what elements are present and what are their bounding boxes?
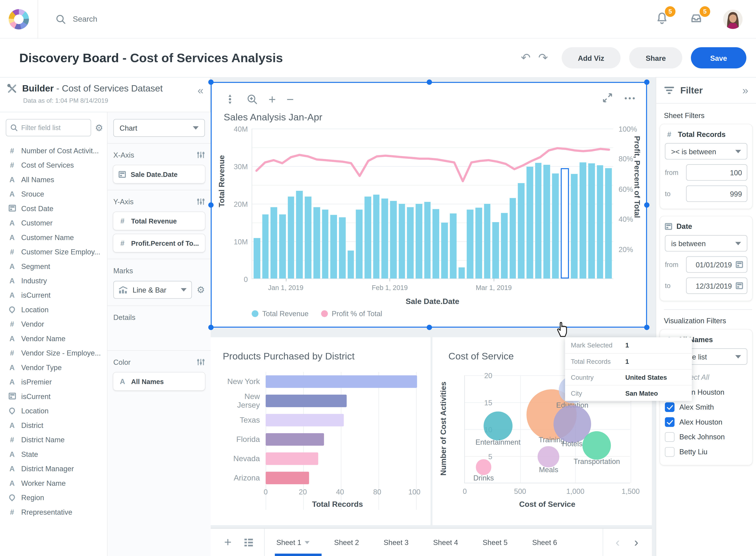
sales-plot-area[interactable]: 40M30M20M10M0100%80%60%40%20%Jan 1, 2019… [252, 129, 613, 279]
redo-button[interactable]: ↷ [538, 51, 548, 65]
resize-handle[interactable] [426, 79, 432, 85]
field-item-vendor[interactable]: #Vendor [0, 317, 107, 331]
field-item-district[interactable]: ADistrict [0, 418, 107, 432]
field-item-customer-size-employ-[interactable]: #Customer Size Employ... [0, 244, 107, 259]
tab-sheet-3[interactable]: Sheet 3 [384, 538, 408, 547]
bubble-transportation[interactable] [583, 431, 611, 460]
field-item-industry[interactable]: AIndustry [0, 273, 107, 288]
to-input[interactable] [686, 185, 747, 202]
tab-sheet-2[interactable]: Sheet 2 [334, 538, 359, 547]
tab-sheet-4[interactable]: Sheet 4 [433, 538, 458, 547]
field-item-location[interactable]: Location [0, 302, 107, 317]
mark-type-select[interactable]: Line & Bar [113, 281, 192, 299]
checkbox-option-alex-houston[interactable]: Alex Houston [665, 414, 747, 429]
search-input[interactable] [73, 15, 266, 24]
expand-icon[interactable] [602, 93, 613, 103]
next-sheets-button[interactable]: › [634, 535, 638, 550]
bubble-entertainment[interactable] [484, 412, 513, 441]
field-item-region[interactable]: Region [0, 490, 107, 505]
bar[interactable] [266, 414, 344, 426]
field-item-iscurrent[interactable]: isCurrent [0, 389, 107, 403]
resize-handle[interactable] [208, 325, 213, 330]
tab-sheet-6[interactable]: Sheet 6 [532, 538, 557, 547]
inbox-button[interactable]: 5 [688, 11, 704, 27]
color-options-icon[interactable] [197, 358, 205, 366]
user-avatar[interactable] [723, 9, 743, 29]
checkbox[interactable] [665, 432, 675, 442]
add-viz-button[interactable]: Add Viz [561, 47, 621, 68]
x-axis-field-chip[interactable]: Sale Date.Date [113, 165, 205, 183]
field-item-rrepresentative[interactable]: #Rrepresentative [0, 505, 107, 519]
pan-tool-icon[interactable] [224, 94, 236, 105]
more-options-icon[interactable]: ••• [624, 94, 636, 102]
checkbox[interactable] [665, 447, 675, 456]
field-item-all-names[interactable]: AAll Names [0, 172, 107, 186]
resize-handle[interactable] [426, 325, 432, 330]
viz-type-select[interactable]: Chart [113, 119, 205, 137]
field-item-location[interactable]: Location [0, 403, 107, 418]
field-item-vendor-size-employe-[interactable]: #Vendor Size - Employe... [0, 346, 107, 360]
zoom-out-button[interactable]: − [287, 95, 294, 104]
sheet-list-icon[interactable] [244, 538, 254, 547]
field-item-vendor-type[interactable]: AVendor Type [0, 360, 107, 374]
from-input[interactable] [686, 164, 747, 181]
field-item-worker-name[interactable]: AWorker Name [0, 476, 107, 490]
bar[interactable] [266, 375, 417, 388]
resize-handle[interactable] [208, 203, 213, 208]
axis-options-icon[interactable] [197, 198, 205, 205]
bubble-meals[interactable] [538, 446, 560, 468]
field-filter[interactable] [6, 119, 91, 136]
collapse-filter-icon[interactable]: » [743, 84, 748, 97]
field-item-srouce[interactable]: ASrouce [0, 186, 107, 201]
field-item-iscurrent[interactable]: AisCurrent [0, 288, 107, 302]
checkbox-option-alex-smith[interactable]: Alex Smith [665, 399, 747, 414]
bar[interactable] [266, 453, 318, 465]
global-search[interactable] [56, 14, 655, 24]
marks-gear-icon[interactable]: ⚙ [197, 284, 205, 295]
checkbox[interactable] [665, 402, 675, 412]
field-item-district-manager[interactable]: ADistrict Manager [0, 461, 107, 476]
prev-sheets-button[interactable]: ‹ [616, 535, 620, 550]
notifications-button[interactable]: 5 [655, 11, 669, 27]
tab-sheet-1[interactable]: Sheet 1 [276, 538, 309, 547]
zoom-in-button[interactable]: + [268, 95, 276, 104]
y-axis-field-chip[interactable]: #Profit.Percent of To... [113, 234, 205, 252]
field-item-cost-of-services[interactable]: #Cost of Services [0, 158, 107, 172]
tab-sheet-5[interactable]: Sheet 5 [483, 538, 508, 547]
checkbox-option-beck-johnson[interactable]: Beck Johnson [665, 429, 747, 444]
checkbox-option-betty-liu[interactable]: Betty Liu [665, 444, 747, 459]
field-filter-input[interactable] [21, 124, 69, 131]
color-field-chip[interactable]: AAll Names [113, 373, 205, 390]
app-logo[interactable] [0, 0, 38, 38]
share-button[interactable]: Share [629, 47, 682, 68]
zoom-select-icon[interactable] [246, 94, 258, 105]
field-item-segment[interactable]: ASegment [0, 259, 107, 273]
bar[interactable] [266, 433, 324, 446]
field-item-number-of-cost-activit-[interactable]: #Number of Cost Activit... [0, 143, 107, 158]
field-item-ispremier[interactable]: AisPremier [0, 374, 107, 389]
bar[interactable] [266, 472, 309, 484]
undo-button[interactable]: ↶ [521, 51, 531, 65]
field-item-vendor-name[interactable]: AVendor Name [0, 331, 107, 345]
date-to-input[interactable]: 12/31/2019 [686, 278, 747, 294]
field-item-customer[interactable]: ACustomer [0, 215, 107, 230]
field-item-state[interactable]: AState [0, 447, 107, 461]
resize-handle[interactable] [644, 325, 650, 330]
viz-sales-analysis[interactable]: + − ••• Sales Analysis Jan-Apr Total Rev… [211, 82, 647, 327]
resize-handle[interactable] [644, 203, 650, 208]
bubble-drinks[interactable] [476, 459, 491, 475]
add-sheet-button[interactable]: + [224, 535, 232, 550]
field-settings-gear-icon[interactable]: ⚙ [95, 122, 103, 133]
field-item-cost-date[interactable]: Cost Date [0, 201, 107, 215]
collapse-builder-icon[interactable]: « [197, 84, 203, 97]
resize-handle[interactable] [644, 79, 650, 85]
operator-select[interactable]: is between [665, 235, 747, 251]
save-button[interactable]: Save [691, 47, 746, 68]
y-axis-field-chip[interactable]: #Total Revenue [113, 212, 205, 230]
field-item-customer-name[interactable]: ACustomer Name [0, 230, 107, 244]
operator-select[interactable]: >< is between [665, 143, 747, 160]
resize-handle[interactable] [208, 79, 213, 85]
bar[interactable] [266, 395, 347, 407]
viz-products-by-district[interactable]: Products Purchased by District New YorkN… [211, 337, 431, 525]
axis-options-icon[interactable] [197, 151, 205, 159]
